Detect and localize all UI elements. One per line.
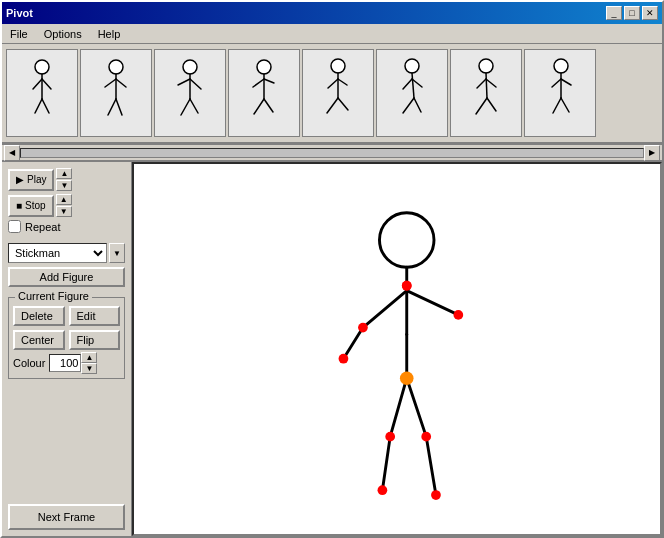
svg-line-57 xyxy=(426,437,436,495)
svg-line-44 xyxy=(552,79,561,87)
svg-line-29 xyxy=(338,98,348,110)
svg-line-51 xyxy=(407,291,459,315)
canvas-area[interactable] xyxy=(132,162,662,536)
figure-dropdown-row: Stickman ▼ xyxy=(8,243,125,263)
svg-line-4 xyxy=(35,99,42,113)
svg-line-11 xyxy=(116,99,122,115)
svg-line-45 xyxy=(561,79,571,85)
svg-line-3 xyxy=(42,79,51,89)
current-figure-label: Current Figure xyxy=(15,290,92,302)
colour-spin-down[interactable]: ▼ xyxy=(81,363,97,374)
maximize-button[interactable]: □ xyxy=(624,6,640,20)
stop-spin-down[interactable]: ▼ xyxy=(56,206,72,217)
svg-line-31 xyxy=(412,73,414,98)
close-button[interactable]: ✕ xyxy=(642,6,658,20)
frame-thumb-8[interactable] xyxy=(524,49,596,137)
colour-spin: ▲ ▼ xyxy=(81,352,97,374)
delete-button[interactable]: Delete xyxy=(13,306,65,326)
figure-dropdown-arrow[interactable]: ▼ xyxy=(109,243,125,263)
svg-line-50 xyxy=(363,291,407,328)
main-window: Pivot _ □ ✕ File Options Help xyxy=(0,0,664,538)
svg-line-17 xyxy=(190,99,198,113)
frame-thumb-1[interactable] xyxy=(6,49,78,137)
title-bar-controls: _ □ ✕ xyxy=(606,6,658,20)
svg-point-66 xyxy=(421,432,431,442)
play-spin-down[interactable]: ▼ xyxy=(56,180,72,191)
stop-label: Stop xyxy=(25,200,46,211)
window-title: Pivot xyxy=(6,7,33,19)
play-icon: ▶ xyxy=(16,174,24,185)
svg-line-32 xyxy=(403,79,412,89)
edit-button[interactable]: Edit xyxy=(69,306,121,326)
frame-thumb-2[interactable] xyxy=(80,49,152,137)
frame-thumb-5[interactable] xyxy=(302,49,374,137)
figure-dropdown[interactable]: Stickman xyxy=(8,243,107,263)
svg-line-41 xyxy=(487,98,496,111)
svg-point-24 xyxy=(331,59,345,73)
svg-point-60 xyxy=(339,354,349,364)
stop-button[interactable]: ■ Stop xyxy=(8,195,54,217)
svg-point-6 xyxy=(109,60,123,74)
play-row: ▶ Play ▲ ▼ xyxy=(8,168,125,191)
toolbar-scrollbar[interactable]: ◀ ▶ xyxy=(2,144,662,160)
svg-line-55 xyxy=(382,437,390,491)
stop-row: ■ Stop ▲ ▼ xyxy=(8,194,125,217)
scroll-track[interactable] xyxy=(20,148,644,158)
colour-value-input[interactable] xyxy=(49,354,81,372)
svg-point-59 xyxy=(358,323,368,333)
svg-point-61 xyxy=(402,281,412,291)
next-frame-button[interactable]: Next Frame xyxy=(8,504,125,530)
frame-thumb-3[interactable] xyxy=(154,49,226,137)
svg-line-8 xyxy=(105,79,116,87)
svg-line-10 xyxy=(108,99,116,115)
scroll-left-button[interactable]: ◀ xyxy=(4,145,20,161)
stop-icon: ■ xyxy=(16,200,22,211)
svg-point-64 xyxy=(385,432,395,442)
colour-row: Colour ▲ ▼ xyxy=(13,352,120,374)
frame-toolbar-container: ◀ ▶ xyxy=(2,44,662,162)
current-figure-grid: Delete Edit Center Flip xyxy=(13,306,120,350)
play-button[interactable]: ▶ Play xyxy=(8,169,54,191)
scroll-right-button[interactable]: ▶ xyxy=(644,145,660,161)
colour-input-box: ▲ ▼ xyxy=(49,352,97,374)
svg-point-65 xyxy=(378,485,388,495)
menu-bar: File Options Help xyxy=(2,24,662,44)
svg-point-0 xyxy=(35,60,49,74)
svg-line-9 xyxy=(116,79,126,87)
add-figure-button[interactable]: Add Figure xyxy=(8,267,125,287)
svg-point-18 xyxy=(257,60,271,74)
svg-line-35 xyxy=(414,98,421,112)
frame-thumb-7[interactable] xyxy=(450,49,522,137)
play-spin-up[interactable]: ▲ xyxy=(56,168,72,179)
center-button[interactable]: Center xyxy=(13,330,65,350)
svg-point-63 xyxy=(400,371,414,385)
svg-point-42 xyxy=(554,59,568,73)
svg-line-23 xyxy=(264,99,273,112)
menu-file[interactable]: File xyxy=(6,27,32,41)
colour-spin-up[interactable]: ▲ xyxy=(81,352,97,363)
svg-line-40 xyxy=(476,98,487,114)
repeat-row: Repeat xyxy=(8,220,125,233)
minimize-button[interactable]: _ xyxy=(606,6,622,20)
current-figure-group: Current Figure Delete Edit Center Flip C… xyxy=(8,297,125,379)
stop-spin-up[interactable]: ▲ xyxy=(56,194,72,205)
stop-spin: ▲ ▼ xyxy=(56,194,72,217)
menu-options[interactable]: Options xyxy=(40,27,86,41)
svg-line-28 xyxy=(327,98,338,113)
svg-point-48 xyxy=(379,213,434,268)
flip-button[interactable]: Flip xyxy=(69,330,121,350)
svg-point-30 xyxy=(405,59,419,73)
svg-line-38 xyxy=(477,79,486,88)
svg-line-26 xyxy=(328,79,338,88)
svg-line-5 xyxy=(42,99,49,113)
title-bar: Pivot _ □ ✕ xyxy=(2,2,662,24)
figure-section: Stickman ▼ Add Figure xyxy=(8,243,125,287)
repeat-checkbox[interactable] xyxy=(8,220,21,233)
menu-help[interactable]: Help xyxy=(94,27,125,41)
svg-line-22 xyxy=(254,99,264,114)
svg-line-47 xyxy=(561,98,569,112)
frame-thumb-6[interactable] xyxy=(376,49,448,137)
svg-line-34 xyxy=(403,98,414,113)
repeat-label: Repeat xyxy=(25,221,60,233)
frame-thumb-4[interactable] xyxy=(228,49,300,137)
